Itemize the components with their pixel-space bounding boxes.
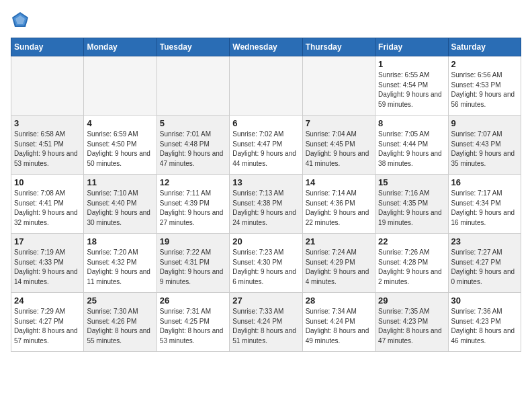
calendar-cell: 27Sunrise: 7:33 AM Sunset: 4:24 PM Dayli… — [230, 293, 302, 352]
weekday-header: Thursday — [302, 38, 375, 56]
day-number: 13 — [232, 177, 299, 187]
logo-icon — [11, 11, 30, 30]
calendar-cell: 26Sunrise: 7:31 AM Sunset: 4:25 PM Dayli… — [157, 293, 229, 352]
day-info: Sunrise: 7:26 AM Sunset: 4:28 PM Dayligh… — [378, 248, 445, 287]
calendar-cell: 24Sunrise: 7:29 AM Sunset: 4:27 PM Dayli… — [11, 293, 84, 352]
weekday-header: Monday — [84, 38, 157, 56]
day-info: Sunrise: 7:34 AM Sunset: 4:24 PM Dayligh… — [306, 307, 372, 346]
day-number: 18 — [87, 236, 153, 246]
calendar-week-row: 3Sunrise: 6:58 AM Sunset: 4:51 PM Daylig… — [11, 116, 521, 175]
page-header — [11, 11, 521, 30]
day-info: Sunrise: 7:30 AM Sunset: 4:26 PM Dayligh… — [87, 307, 153, 346]
calendar-cell: 20Sunrise: 7:23 AM Sunset: 4:30 PM Dayli… — [230, 234, 302, 293]
day-number: 20 — [232, 236, 299, 246]
day-info: Sunrise: 7:01 AM Sunset: 4:48 PM Dayligh… — [160, 130, 226, 169]
calendar-cell: 23Sunrise: 7:27 AM Sunset: 4:27 PM Dayli… — [448, 234, 521, 293]
calendar-week-row: 10Sunrise: 7:08 AM Sunset: 4:41 PM Dayli… — [11, 175, 521, 234]
day-info: Sunrise: 7:04 AM Sunset: 4:45 PM Dayligh… — [306, 130, 372, 169]
day-info: Sunrise: 6:55 AM Sunset: 4:54 PM Dayligh… — [378, 71, 445, 109]
day-number: 26 — [160, 295, 226, 306]
calendar-cell — [302, 56, 375, 116]
day-number: 28 — [306, 295, 372, 306]
calendar-week-row: 1Sunrise: 6:55 AM Sunset: 4:54 PM Daylig… — [11, 56, 521, 116]
calendar-cell: 28Sunrise: 7:34 AM Sunset: 4:24 PM Dayli… — [302, 293, 375, 352]
calendar-cell: 3Sunrise: 6:58 AM Sunset: 4:51 PM Daylig… — [11, 116, 84, 175]
calendar-week-row: 17Sunrise: 7:19 AM Sunset: 4:33 PM Dayli… — [11, 234, 521, 293]
day-info: Sunrise: 7:11 AM Sunset: 4:39 PM Dayligh… — [160, 189, 226, 228]
day-info: Sunrise: 6:59 AM Sunset: 4:50 PM Dayligh… — [87, 130, 153, 169]
weekday-header: Saturday — [448, 38, 521, 56]
day-info: Sunrise: 7:02 AM Sunset: 4:47 PM Dayligh… — [232, 130, 299, 169]
calendar-week-row: 24Sunrise: 7:29 AM Sunset: 4:27 PM Dayli… — [11, 293, 521, 352]
calendar-cell — [84, 56, 157, 116]
day-info: Sunrise: 7:35 AM Sunset: 4:23 PM Dayligh… — [378, 307, 445, 346]
day-number: 29 — [378, 295, 445, 306]
day-number: 30 — [451, 295, 518, 306]
day-number: 25 — [87, 295, 153, 306]
calendar-cell — [11, 56, 84, 116]
day-number: 4 — [87, 118, 153, 128]
day-info: Sunrise: 7:10 AM Sunset: 4:40 PM Dayligh… — [87, 189, 153, 228]
day-number: 10 — [14, 177, 81, 187]
day-info: Sunrise: 7:31 AM Sunset: 4:25 PM Dayligh… — [160, 307, 226, 346]
day-info: Sunrise: 7:14 AM Sunset: 4:36 PM Dayligh… — [306, 189, 372, 228]
calendar-cell: 16Sunrise: 7:17 AM Sunset: 4:34 PM Dayli… — [448, 175, 521, 234]
calendar-cell: 21Sunrise: 7:24 AM Sunset: 4:29 PM Dayli… — [302, 234, 375, 293]
logo — [11, 11, 32, 30]
calendar-cell: 22Sunrise: 7:26 AM Sunset: 4:28 PM Dayli… — [375, 234, 448, 293]
calendar-table: SundayMondayTuesdayWednesdayThursdayFrid… — [11, 38, 521, 352]
day-number: 1 — [378, 59, 445, 69]
day-number: 15 — [378, 177, 445, 187]
calendar-cell: 6Sunrise: 7:02 AM Sunset: 4:47 PM Daylig… — [230, 116, 302, 175]
calendar-cell: 1Sunrise: 6:55 AM Sunset: 4:54 PM Daylig… — [375, 56, 448, 116]
day-info: Sunrise: 7:20 AM Sunset: 4:32 PM Dayligh… — [87, 248, 153, 287]
calendar-cell: 8Sunrise: 7:05 AM Sunset: 4:44 PM Daylig… — [375, 116, 448, 175]
day-number: 2 — [451, 59, 518, 69]
day-number: 14 — [306, 177, 372, 187]
day-number: 17 — [14, 236, 81, 246]
day-number: 24 — [14, 295, 81, 306]
calendar-cell: 30Sunrise: 7:36 AM Sunset: 4:23 PM Dayli… — [448, 293, 521, 352]
day-number: 6 — [232, 118, 299, 128]
day-info: Sunrise: 7:24 AM Sunset: 4:29 PM Dayligh… — [306, 248, 372, 287]
day-info: Sunrise: 7:33 AM Sunset: 4:24 PM Dayligh… — [232, 307, 299, 346]
day-number: 11 — [87, 177, 153, 187]
day-number: 19 — [160, 236, 226, 246]
day-number: 27 — [232, 295, 299, 306]
day-info: Sunrise: 7:36 AM Sunset: 4:23 PM Dayligh… — [451, 307, 518, 346]
day-info: Sunrise: 7:08 AM Sunset: 4:41 PM Dayligh… — [14, 189, 81, 228]
day-info: Sunrise: 7:16 AM Sunset: 4:35 PM Dayligh… — [378, 189, 445, 228]
calendar-cell: 10Sunrise: 7:08 AM Sunset: 4:41 PM Dayli… — [11, 175, 84, 234]
calendar-cell: 2Sunrise: 6:56 AM Sunset: 4:53 PM Daylig… — [448, 56, 521, 116]
day-info: Sunrise: 7:07 AM Sunset: 4:43 PM Dayligh… — [451, 130, 518, 169]
weekday-header: Friday — [375, 38, 448, 56]
weekday-header: Sunday — [11, 38, 84, 56]
weekday-header: Tuesday — [157, 38, 229, 56]
day-info: Sunrise: 6:58 AM Sunset: 4:51 PM Dayligh… — [14, 130, 81, 169]
day-number: 8 — [378, 118, 445, 128]
day-number: 22 — [378, 236, 445, 246]
day-info: Sunrise: 7:17 AM Sunset: 4:34 PM Dayligh… — [451, 189, 518, 228]
day-info: Sunrise: 7:13 AM Sunset: 4:38 PM Dayligh… — [232, 189, 299, 228]
calendar-cell: 29Sunrise: 7:35 AM Sunset: 4:23 PM Dayli… — [375, 293, 448, 352]
day-number: 7 — [306, 118, 372, 128]
calendar-cell: 5Sunrise: 7:01 AM Sunset: 4:48 PM Daylig… — [157, 116, 229, 175]
calendar-cell: 25Sunrise: 7:30 AM Sunset: 4:26 PM Dayli… — [84, 293, 157, 352]
weekday-header: Wednesday — [230, 38, 302, 56]
calendar-cell: 18Sunrise: 7:20 AM Sunset: 4:32 PM Dayli… — [84, 234, 157, 293]
day-info: Sunrise: 6:56 AM Sunset: 4:53 PM Dayligh… — [451, 71, 518, 109]
weekday-header-row: SundayMondayTuesdayWednesdayThursdayFrid… — [11, 38, 521, 56]
day-info: Sunrise: 7:19 AM Sunset: 4:33 PM Dayligh… — [14, 248, 81, 287]
calendar-cell: 4Sunrise: 6:59 AM Sunset: 4:50 PM Daylig… — [84, 116, 157, 175]
calendar-cell: 7Sunrise: 7:04 AM Sunset: 4:45 PM Daylig… — [302, 116, 375, 175]
day-number: 5 — [160, 118, 226, 128]
calendar-cell — [230, 56, 302, 116]
calendar-cell: 12Sunrise: 7:11 AM Sunset: 4:39 PM Dayli… — [157, 175, 229, 234]
calendar-cell — [157, 56, 229, 116]
calendar-cell: 17Sunrise: 7:19 AM Sunset: 4:33 PM Dayli… — [11, 234, 84, 293]
day-number: 12 — [160, 177, 226, 187]
day-info: Sunrise: 7:23 AM Sunset: 4:30 PM Dayligh… — [232, 248, 299, 287]
day-info: Sunrise: 7:22 AM Sunset: 4:31 PM Dayligh… — [160, 248, 226, 287]
day-number: 3 — [14, 118, 81, 128]
day-info: Sunrise: 7:29 AM Sunset: 4:27 PM Dayligh… — [14, 307, 81, 346]
